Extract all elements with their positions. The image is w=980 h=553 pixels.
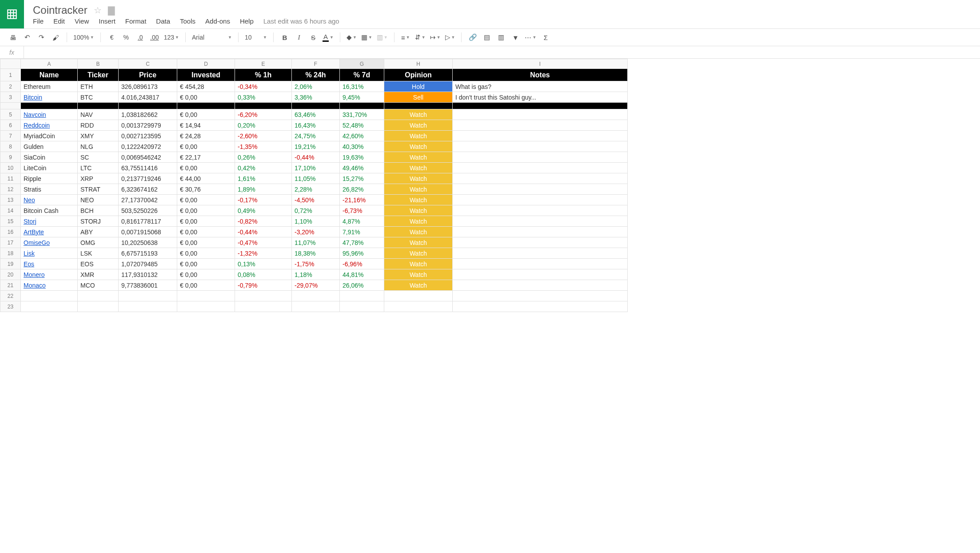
cell[interactable]: 40,30% <box>340 141 384 152</box>
more-button[interactable]: ⋯▼ <box>525 32 536 43</box>
row-header[interactable]: 16 <box>0 227 21 237</box>
cell[interactable]: 0,0027123595 <box>119 131 177 141</box>
italic-button[interactable]: I <box>294 32 304 43</box>
star-icon[interactable]: ☆ <box>94 5 102 16</box>
cell[interactable]: NEO <box>78 195 119 205</box>
cell[interactable] <box>340 301 384 312</box>
cell[interactable] <box>453 195 628 205</box>
cell[interactable]: Watch <box>384 259 453 269</box>
cell[interactable]: 1,10% <box>292 216 340 227</box>
cell[interactable]: 331,70% <box>340 109 384 120</box>
cell[interactable]: Price <box>119 69 177 81</box>
cell[interactable]: 9,773836001 <box>119 280 177 291</box>
cell[interactable]: € 30,76 <box>177 184 235 195</box>
cell[interactable] <box>78 291 119 301</box>
cell[interactable]: 6,675715193 <box>119 248 177 259</box>
cell[interactable] <box>453 301 628 312</box>
cell[interactable]: Watch <box>384 216 453 227</box>
cell[interactable]: Stratis <box>21 184 78 195</box>
cell[interactable] <box>177 291 235 301</box>
cell[interactable]: Bitcoin Cash <box>21 205 78 216</box>
cell[interactable]: 24,75% <box>292 131 340 141</box>
cell[interactable]: I don't trust this Satoshi guy... <box>453 92 628 103</box>
row-header[interactable]: 10 <box>0 163 21 173</box>
col-header-I[interactable]: I <box>453 59 628 69</box>
cell[interactable]: 63,46% <box>292 109 340 120</box>
cell[interactable]: Watch <box>384 152 453 163</box>
fill-color-button[interactable]: ◆▼ <box>347 32 357 43</box>
row-header[interactable]: 23 <box>0 301 21 312</box>
cell[interactable] <box>453 163 628 173</box>
cell[interactable]: Opinion <box>384 69 453 81</box>
cell[interactable]: 1,18% <box>292 269 340 280</box>
cell[interactable] <box>384 103 453 109</box>
cell[interactable]: Reddcoin <box>21 120 78 131</box>
cell[interactable]: -6,20% <box>235 109 292 120</box>
cell[interactable]: € 0,00 <box>177 216 235 227</box>
cell[interactable]: 4,87% <box>340 216 384 227</box>
cell[interactable] <box>119 301 177 312</box>
menu-format[interactable]: Format <box>125 17 147 25</box>
cell[interactable] <box>453 205 628 216</box>
cell[interactable] <box>235 103 292 109</box>
cell[interactable] <box>21 291 78 301</box>
cell[interactable]: -6,96% <box>340 259 384 269</box>
row-header[interactable]: 20 <box>0 269 21 280</box>
cell[interactable]: € 0,00 <box>177 259 235 269</box>
col-header-B[interactable]: B <box>78 59 119 69</box>
cell[interactable]: -0,17% <box>235 195 292 205</box>
row-header[interactable]: 9 <box>0 152 21 163</box>
cell[interactable]: 9,45% <box>340 92 384 103</box>
cell[interactable]: 16,43% <box>292 120 340 131</box>
col-header-A[interactable]: A <box>21 59 78 69</box>
cell[interactable]: 0,20% <box>235 120 292 131</box>
cell[interactable]: Invested <box>177 69 235 81</box>
cell[interactable]: -6,73% <box>340 205 384 216</box>
increase-decimal-button[interactable]: .00 <box>150 32 159 43</box>
cell[interactable]: 0,72% <box>292 205 340 216</box>
row-header[interactable]: 21 <box>0 280 21 291</box>
cell[interactable]: € 0,00 <box>177 92 235 103</box>
undo-icon[interactable]: ↶ <box>22 32 32 43</box>
row-header[interactable]: 6 <box>0 120 21 131</box>
doc-title[interactable]: Cointracker <box>33 4 88 16</box>
cell[interactable]: Navcoin <box>21 109 78 120</box>
more-formats-button[interactable]: 123▼ <box>164 32 179 43</box>
cell[interactable]: 26,06% <box>340 280 384 291</box>
cell[interactable]: MyriadCoin <box>21 131 78 141</box>
row-header[interactable]: 12 <box>0 184 21 195</box>
font-family-select[interactable]: Arial▼ <box>192 32 232 43</box>
format-percent-button[interactable]: % <box>121 32 131 43</box>
insert-chart-button[interactable]: ▥ <box>496 32 506 43</box>
col-header-D[interactable]: D <box>177 59 235 69</box>
text-rotation-button[interactable]: ▷▼ <box>445 32 455 43</box>
cell[interactable]: Ripple <box>21 173 78 184</box>
col-header-F[interactable]: F <box>292 59 340 69</box>
decrease-decimal-button[interactable]: .0 <box>135 32 145 43</box>
cell[interactable]: Notes <box>453 69 628 81</box>
cell[interactable]: Bitcoin <box>21 92 78 103</box>
cell[interactable]: Watch <box>384 173 453 184</box>
cell[interactable]: XMY <box>78 131 119 141</box>
cell[interactable]: 0,49% <box>235 205 292 216</box>
cell[interactable]: Name <box>21 69 78 81</box>
cell[interactable]: Watch <box>384 184 453 195</box>
cell[interactable]: € 0,00 <box>177 248 235 259</box>
cell[interactable]: 26,82% <box>340 184 384 195</box>
row-header[interactable]: 13 <box>0 195 21 205</box>
cell[interactable]: 0,33% <box>235 92 292 103</box>
cell[interactable]: XRP <box>78 173 119 184</box>
cell[interactable]: 0,0071915068 <box>119 227 177 237</box>
cell[interactable]: 52,48% <box>340 120 384 131</box>
cell[interactable]: 49,46% <box>340 163 384 173</box>
cell[interactable] <box>453 141 628 152</box>
cell[interactable]: 63,75511416 <box>119 163 177 173</box>
cell[interactable]: Watch <box>384 109 453 120</box>
cell[interactable] <box>453 109 628 120</box>
cell[interactable]: 4.016,243817 <box>119 92 177 103</box>
cell[interactable]: EOS <box>78 259 119 269</box>
cell[interactable]: -0,44% <box>292 152 340 163</box>
cell[interactable]: Watch <box>384 248 453 259</box>
text-color-button[interactable]: A▼ <box>323 32 334 43</box>
cell[interactable]: 0,2137719246 <box>119 173 177 184</box>
